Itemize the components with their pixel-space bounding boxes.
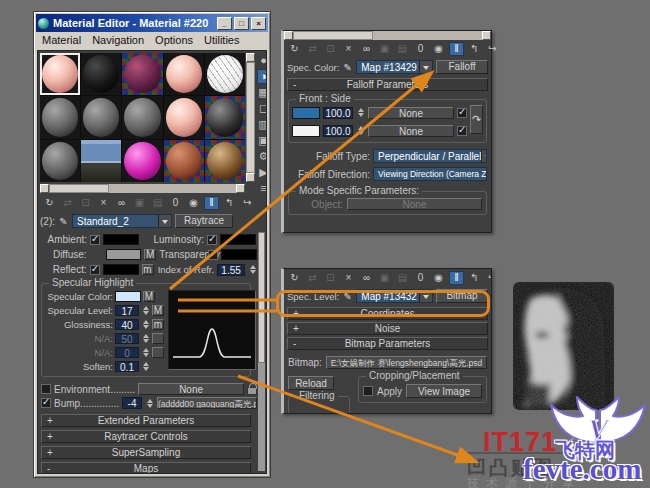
bump-checkbox[interactable] bbox=[41, 398, 51, 408]
material-sample-slot[interactable] bbox=[81, 96, 121, 138]
go-forward-to-sibling-icon[interactable]: ↪ bbox=[485, 271, 492, 285]
material-id-channel-icon[interactable]: 0 bbox=[168, 196, 183, 210]
reflect-checkbox[interactable] bbox=[90, 265, 100, 275]
ior-spinner[interactable] bbox=[248, 262, 257, 277]
put-material-to-scene-icon[interactable]: ⇄ bbox=[305, 42, 320, 56]
sample-uv-tiling-icon[interactable]: ◻ bbox=[257, 101, 267, 116]
falloff-type-dropdown[interactable]: Perpendicular / Parallel bbox=[373, 149, 487, 163]
scroll-right-icon[interactable] bbox=[482, 31, 491, 40]
material-sample-slot[interactable] bbox=[81, 140, 121, 182]
scroll-right-icon[interactable] bbox=[236, 184, 245, 193]
front-map-button[interactable]: None bbox=[368, 107, 454, 119]
material-sample-slot[interactable] bbox=[164, 53, 204, 95]
material-id-channel-icon[interactable]: 0 bbox=[413, 271, 428, 285]
make-material-copy-icon[interactable]: ∞ bbox=[359, 42, 374, 56]
show-map-in-viewport-icon[interactable]: ◉ bbox=[431, 271, 446, 285]
sample-type-sphere-icon[interactable]: ● bbox=[257, 53, 267, 68]
side-amount-field[interactable]: 100.0 bbox=[323, 125, 353, 137]
rollout-noise[interactable]: + Noise bbox=[287, 322, 488, 335]
assign-material-to-selection-icon[interactable]: ⊡ bbox=[323, 42, 338, 56]
diffuse-color-swatch[interactable] bbox=[106, 249, 142, 260]
samples-horizontal-scrollbar[interactable] bbox=[40, 184, 245, 193]
make-unique-icon[interactable]: ▣ bbox=[377, 271, 392, 285]
rollout-bitmap-parameters[interactable]: - Bitmap Parameters bbox=[287, 337, 488, 350]
show-end-result-icon[interactable]: ‖ bbox=[449, 271, 464, 285]
ambient-checkbox[interactable] bbox=[90, 235, 100, 245]
soften-field[interactable]: 0.1 bbox=[115, 361, 139, 372]
get-material-icon[interactable]: ↻ bbox=[287, 42, 302, 56]
video-color-check-icon[interactable]: ▥ bbox=[257, 117, 267, 132]
make-unique-icon[interactable]: ▣ bbox=[377, 42, 392, 56]
show-map-in-viewport-icon[interactable]: ◉ bbox=[431, 42, 446, 56]
show-end-result-icon[interactable]: ‖ bbox=[204, 196, 219, 210]
make-material-copy-icon[interactable]: ∞ bbox=[359, 271, 374, 285]
rollout-extended-parameters[interactable]: + Extended Parameters bbox=[41, 414, 251, 427]
specular-level-map-button[interactable]: M bbox=[152, 305, 164, 316]
scroll-up-icon[interactable] bbox=[246, 53, 255, 62]
go-to-parent-icon[interactable]: ↰ bbox=[222, 196, 237, 210]
rollout-maps[interactable]: - Maps bbox=[41, 462, 251, 474]
select-by-material-icon[interactable]: ▶ bbox=[257, 165, 267, 180]
specular-color-swatch[interactable] bbox=[115, 291, 141, 302]
chevron-down-icon[interactable] bbox=[481, 150, 487, 162]
luminosity-checkbox[interactable] bbox=[207, 235, 217, 245]
material-sample-slot[interactable] bbox=[205, 96, 245, 138]
show-map-in-viewport-icon[interactable]: ◉ bbox=[186, 196, 201, 210]
glossiness-field[interactable]: 40 bbox=[115, 319, 139, 330]
specular-color-map-button[interactable]: M bbox=[143, 291, 155, 302]
assign-material-to-selection-icon[interactable]: ⊡ bbox=[78, 196, 93, 210]
menu-navigation[interactable]: Navigation bbox=[92, 34, 144, 46]
scroll-left-icon[interactable] bbox=[40, 184, 49, 193]
put-to-library-icon[interactable]: ▤ bbox=[395, 42, 410, 56]
put-material-to-scene-icon[interactable]: ⇄ bbox=[60, 196, 75, 210]
material-type-button[interactable]: Raytrace bbox=[175, 214, 233, 228]
make-unique-icon[interactable]: ▣ bbox=[132, 196, 147, 210]
front-amount-spinner[interactable] bbox=[356, 105, 365, 120]
chevron-down-icon[interactable] bbox=[158, 215, 171, 227]
material-name-dropdown[interactable]: Standard_2 bbox=[72, 214, 172, 228]
front-amount-field[interactable]: 100.0 bbox=[323, 107, 353, 119]
transparency-color-swatch[interactable] bbox=[221, 249, 257, 260]
material-sample-slot[interactable] bbox=[122, 53, 162, 95]
bitmap-path-button[interactable]: E:\女娲制作 赛\fengshengbang\高光.psd bbox=[326, 356, 487, 369]
map-name-dropdown[interactable]: Map #13429 bbox=[356, 60, 433, 74]
map-type-button[interactable]: Falloff bbox=[436, 60, 488, 74]
reset-map-icon[interactable]: × bbox=[96, 196, 111, 210]
rollout-raytracer-controls[interactable]: + Raytracer Controls bbox=[41, 430, 251, 443]
reset-map-icon[interactable]: × bbox=[341, 271, 356, 285]
window-title-bar[interactable]: Material Editor - Material #220 _ □ × bbox=[36, 14, 268, 32]
front-map-checkbox[interactable] bbox=[457, 108, 467, 118]
bump-amount-field[interactable]: -4 bbox=[122, 397, 142, 409]
reset-map-icon[interactable]: × bbox=[341, 42, 356, 56]
maximize-button[interactable]: □ bbox=[234, 17, 249, 30]
ambient-color-swatch[interactable] bbox=[103, 234, 139, 245]
transparency-checkbox[interactable] bbox=[208, 250, 218, 260]
menu-utilities[interactable]: Utilities bbox=[204, 34, 239, 46]
go-forward-to-sibling-icon[interactable]: ↪ bbox=[240, 196, 255, 210]
menu-material[interactable]: Material bbox=[42, 34, 81, 46]
luminosity-color-swatch[interactable] bbox=[220, 234, 256, 245]
parameters-scrollbar[interactable] bbox=[258, 232, 265, 471]
side-map-button[interactable]: None bbox=[368, 125, 454, 137]
backlight-icon[interactable]: ◑ bbox=[257, 69, 267, 84]
material-sample-slot[interactable] bbox=[205, 140, 245, 182]
scroll-left-icon[interactable] bbox=[284, 31, 293, 40]
reflect-color-swatch[interactable] bbox=[103, 264, 139, 275]
put-material-to-scene-icon[interactable]: ⇄ bbox=[305, 271, 320, 285]
specular-level-spinner[interactable] bbox=[141, 303, 150, 318]
bump-spinner[interactable] bbox=[145, 396, 154, 411]
panel-horizontal-scrollbar[interactable] bbox=[284, 31, 491, 40]
material-sample-slot[interactable] bbox=[122, 96, 162, 138]
go-to-parent-icon[interactable]: ↰ bbox=[467, 271, 482, 285]
minimize-button[interactable]: _ bbox=[217, 17, 232, 30]
menu-options[interactable]: Options bbox=[155, 34, 193, 46]
scroll-down-icon[interactable] bbox=[246, 173, 255, 182]
falloff-direction-dropdown[interactable]: Viewing Direction (Camera Z-Axis) bbox=[373, 167, 487, 181]
diffuse-map-button[interactable]: M bbox=[144, 249, 156, 260]
front-color-swatch[interactable] bbox=[292, 107, 320, 119]
reflect-map-button[interactable]: m bbox=[142, 264, 154, 275]
bump-map-button[interactable]: (adddd00 gaoguang高光.psd) bbox=[157, 397, 257, 409]
pick-material-eyedropper-icon[interactable]: ✎ bbox=[342, 62, 353, 73]
rollout-falloff-parameters[interactable]: - Falloff Parameters bbox=[287, 78, 488, 91]
material-sample-slot[interactable] bbox=[40, 53, 80, 95]
